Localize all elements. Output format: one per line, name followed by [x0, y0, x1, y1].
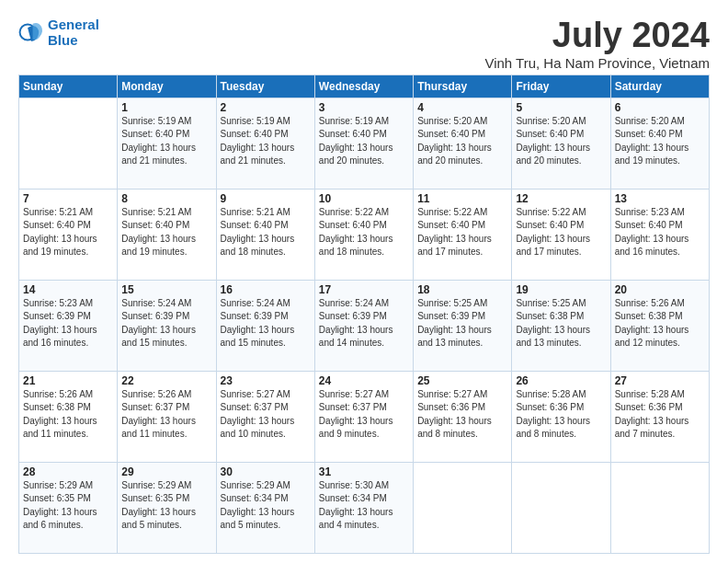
day-number: 7 — [23, 192, 113, 205]
calendar-week-row: 21Sunrise: 5:26 AMSunset: 6:38 PMDayligh… — [19, 371, 710, 462]
calendar-cell: 3Sunrise: 5:19 AMSunset: 6:40 PMDaylight… — [314, 98, 413, 189]
calendar-cell: 13Sunrise: 5:23 AMSunset: 6:40 PMDayligh… — [610, 189, 709, 280]
day-number: 5 — [516, 101, 606, 114]
location: Vinh Tru, Ha Nam Province, Vietnam — [484, 55, 710, 71]
day-number: 27 — [615, 374, 705, 387]
calendar-cell: 23Sunrise: 5:27 AMSunset: 6:37 PMDayligh… — [216, 371, 314, 462]
day-info: Sunrise: 5:19 AMSunset: 6:40 PMDaylight:… — [319, 115, 409, 168]
day-number: 10 — [319, 192, 409, 205]
day-info: Sunrise: 5:25 AMSunset: 6:39 PMDaylight:… — [417, 297, 507, 350]
calendar-cell: 30Sunrise: 5:29 AMSunset: 6:34 PMDayligh… — [216, 462, 314, 553]
day-number: 24 — [319, 374, 409, 387]
calendar-cell: 10Sunrise: 5:22 AMSunset: 6:40 PMDayligh… — [314, 189, 413, 280]
calendar-cell: 19Sunrise: 5:25 AMSunset: 6:38 PMDayligh… — [512, 280, 610, 371]
day-info: Sunrise: 5:28 AMSunset: 6:36 PMDaylight:… — [516, 388, 606, 442]
day-number: 20 — [615, 283, 705, 296]
day-number: 16 — [221, 283, 311, 296]
calendar-header-monday: Monday — [118, 75, 216, 98]
calendar-cell: 2Sunrise: 5:19 AMSunset: 6:40 PMDaylight… — [216, 98, 314, 189]
day-number: 9 — [221, 192, 311, 205]
day-number: 14 — [23, 283, 113, 296]
calendar-header-row: SundayMondayTuesdayWednesdayThursdayFrid… — [19, 75, 710, 98]
day-number: 25 — [417, 374, 507, 387]
logo-icon — [18, 19, 44, 45]
day-number: 8 — [121, 192, 211, 205]
calendar-cell: 5Sunrise: 5:20 AMSunset: 6:40 PMDaylight… — [512, 98, 610, 189]
day-info: Sunrise: 5:23 AMSunset: 6:39 PMDaylight:… — [23, 297, 113, 350]
calendar-cell: 15Sunrise: 5:24 AMSunset: 6:39 PMDayligh… — [118, 280, 216, 371]
title-block: July 2024 Vinh Tru, Ha Nam Province, Vie… — [484, 17, 710, 71]
calendar-cell — [414, 462, 512, 553]
calendar-cell: 1Sunrise: 5:19 AMSunset: 6:40 PMDaylight… — [118, 98, 216, 189]
day-number: 18 — [417, 283, 507, 296]
calendar-week-row: 14Sunrise: 5:23 AMSunset: 6:39 PMDayligh… — [19, 280, 710, 371]
day-number: 17 — [319, 283, 409, 296]
day-info: Sunrise: 5:27 AMSunset: 6:37 PMDaylight:… — [319, 388, 409, 442]
logo-text: General Blue — [48, 17, 99, 49]
calendar-cell: 11Sunrise: 5:22 AMSunset: 6:40 PMDayligh… — [414, 189, 512, 280]
day-number: 13 — [615, 192, 705, 205]
day-info: Sunrise: 5:24 AMSunset: 6:39 PMDaylight:… — [319, 297, 409, 350]
day-number: 4 — [417, 101, 507, 114]
calendar-cell: 27Sunrise: 5:28 AMSunset: 6:36 PMDayligh… — [610, 371, 709, 462]
calendar-header-thursday: Thursday — [414, 75, 512, 98]
day-info: Sunrise: 5:21 AMSunset: 6:40 PMDaylight:… — [23, 206, 113, 259]
day-number: 15 — [121, 283, 211, 296]
day-info: Sunrise: 5:27 AMSunset: 6:37 PMDaylight:… — [221, 388, 311, 442]
calendar-cell — [19, 98, 118, 189]
day-info: Sunrise: 5:22 AMSunset: 6:40 PMDaylight:… — [417, 206, 507, 259]
calendar-cell: 28Sunrise: 5:29 AMSunset: 6:35 PMDayligh… — [19, 462, 118, 553]
header: General Blue July 2024 Vinh Tru, Ha Nam … — [18, 17, 710, 71]
day-info: Sunrise: 5:20 AMSunset: 6:40 PMDaylight:… — [417, 115, 507, 168]
calendar-cell: 9Sunrise: 5:21 AMSunset: 6:40 PMDaylight… — [216, 189, 314, 280]
calendar-cell: 29Sunrise: 5:29 AMSunset: 6:35 PMDayligh… — [118, 462, 216, 553]
calendar-cell: 12Sunrise: 5:22 AMSunset: 6:40 PMDayligh… — [512, 189, 610, 280]
calendar-cell: 16Sunrise: 5:24 AMSunset: 6:39 PMDayligh… — [216, 280, 314, 371]
day-info: Sunrise: 5:22 AMSunset: 6:40 PMDaylight:… — [319, 206, 409, 259]
page: General Blue July 2024 Vinh Tru, Ha Nam … — [0, 0, 728, 563]
day-info: Sunrise: 5:21 AMSunset: 6:40 PMDaylight:… — [221, 206, 311, 259]
calendar-cell: 25Sunrise: 5:27 AMSunset: 6:36 PMDayligh… — [414, 371, 512, 462]
calendar-header-wednesday: Wednesday — [314, 75, 413, 98]
day-number: 3 — [319, 101, 409, 114]
calendar-cell: 6Sunrise: 5:20 AMSunset: 6:40 PMDaylight… — [610, 98, 709, 189]
calendar-cell: 24Sunrise: 5:27 AMSunset: 6:37 PMDayligh… — [314, 371, 413, 462]
calendar-cell: 4Sunrise: 5:20 AMSunset: 6:40 PMDaylight… — [414, 98, 512, 189]
calendar-cell: 14Sunrise: 5:23 AMSunset: 6:39 PMDayligh… — [19, 280, 118, 371]
calendar-cell: 18Sunrise: 5:25 AMSunset: 6:39 PMDayligh… — [414, 280, 512, 371]
calendar-week-row: 28Sunrise: 5:29 AMSunset: 6:35 PMDayligh… — [19, 462, 710, 553]
calendar-week-row: 7Sunrise: 5:21 AMSunset: 6:40 PMDaylight… — [19, 189, 710, 280]
logo-blue: Blue — [48, 32, 78, 48]
calendar-week-row: 1Sunrise: 5:19 AMSunset: 6:40 PMDaylight… — [19, 98, 710, 189]
calendar-cell: 8Sunrise: 5:21 AMSunset: 6:40 PMDaylight… — [118, 189, 216, 280]
day-number: 30 — [221, 465, 311, 478]
month-year: July 2024 — [484, 17, 710, 55]
day-info: Sunrise: 5:29 AMSunset: 6:34 PMDaylight:… — [221, 479, 311, 533]
day-info: Sunrise: 5:30 AMSunset: 6:34 PMDaylight:… — [319, 479, 409, 533]
day-info: Sunrise: 5:24 AMSunset: 6:39 PMDaylight:… — [121, 297, 211, 350]
day-number: 12 — [516, 192, 606, 205]
day-number: 26 — [516, 374, 606, 387]
calendar-cell: 26Sunrise: 5:28 AMSunset: 6:36 PMDayligh… — [512, 371, 610, 462]
calendar-cell: 17Sunrise: 5:24 AMSunset: 6:39 PMDayligh… — [314, 280, 413, 371]
calendar-cell: 21Sunrise: 5:26 AMSunset: 6:38 PMDayligh… — [19, 371, 118, 462]
day-number: 6 — [615, 101, 705, 114]
day-info: Sunrise: 5:19 AMSunset: 6:40 PMDaylight:… — [121, 115, 211, 168]
day-info: Sunrise: 5:29 AMSunset: 6:35 PMDaylight:… — [23, 479, 113, 533]
day-number: 29 — [121, 465, 211, 478]
day-number: 19 — [516, 283, 606, 296]
calendar-cell — [512, 462, 610, 553]
day-number: 28 — [23, 465, 113, 478]
day-info: Sunrise: 5:27 AMSunset: 6:36 PMDaylight:… — [417, 388, 507, 442]
day-info: Sunrise: 5:22 AMSunset: 6:40 PMDaylight:… — [516, 206, 606, 259]
calendar-header-sunday: Sunday — [19, 75, 118, 98]
calendar-table: SundayMondayTuesdayWednesdayThursdayFrid… — [18, 75, 710, 554]
day-info: Sunrise: 5:21 AMSunset: 6:40 PMDaylight:… — [121, 206, 211, 259]
calendar-header-saturday: Saturday — [610, 75, 709, 98]
logo-general: General — [48, 17, 99, 32]
day-info: Sunrise: 5:19 AMSunset: 6:40 PMDaylight:… — [221, 115, 311, 168]
day-info: Sunrise: 5:26 AMSunset: 6:38 PMDaylight:… — [615, 297, 705, 350]
day-info: Sunrise: 5:28 AMSunset: 6:36 PMDaylight:… — [615, 388, 705, 442]
logo: General Blue — [18, 17, 99, 49]
day-number: 22 — [121, 374, 211, 387]
